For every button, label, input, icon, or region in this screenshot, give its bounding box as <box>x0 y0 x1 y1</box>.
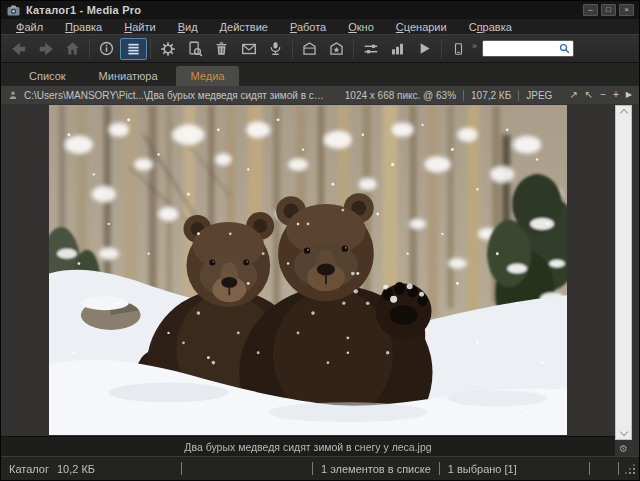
forward-button[interactable] <box>32 38 59 60</box>
favorites-box-button[interactable] <box>323 38 350 60</box>
mail-button[interactable] <box>235 38 262 60</box>
status-bar: Каталог 10,2 КБ 1 элементов в списке 1 в… <box>1 456 639 480</box>
toolbar: » <box>1 34 639 63</box>
vertical-scrollbar[interactable] <box>615 105 632 440</box>
status-separator <box>181 462 182 475</box>
image-filesize: 107,2 КБ <box>463 90 518 101</box>
image-format: JPEG <box>518 90 559 101</box>
maximize-button[interactable]: □ <box>601 4 616 16</box>
pan-in-icon[interactable]: ↖ <box>585 90 593 100</box>
resize-grip[interactable] <box>623 462 637 476</box>
menu-work[interactable]: Работа <box>279 21 337 33</box>
toolbar-separator <box>89 39 90 59</box>
search-input[interactable] <box>486 42 558 55</box>
scroll-up-icon[interactable] <box>619 109 627 117</box>
status-separator <box>589 462 590 475</box>
search-icon <box>558 42 571 55</box>
selected-count: 1 выбрано [1] <box>440 463 525 475</box>
catalog-status: Каталог 10,2 КБ <box>1 463 181 475</box>
search-box <box>482 40 574 57</box>
viewer-options-gear-icon[interactable]: ⚙ <box>615 440 632 456</box>
tab-media[interactable]: Медиа <box>176 66 240 86</box>
zoom-in-icon[interactable]: + <box>613 90 619 100</box>
toolbar-separator <box>292 39 293 59</box>
menu-file[interactable]: Файл <box>5 21 54 33</box>
media-viewer: Два бурых медведя сидят зимой в снегу у … <box>1 104 639 456</box>
window-title: Каталог1 - Media Pro <box>26 4 141 16</box>
device-button[interactable] <box>445 38 472 60</box>
toolbar-separator <box>150 39 151 59</box>
status-separator <box>618 462 619 475</box>
toolbar-separator <box>441 39 442 59</box>
menu-edit[interactable]: Правка <box>54 21 113 33</box>
menu-scripts[interactable]: Сценарии <box>385 21 458 33</box>
scrollbar-column: ⚙ <box>615 104 639 456</box>
preview-search-button[interactable] <box>181 38 208 60</box>
bar-chart-button[interactable] <box>384 38 411 60</box>
path-bar: C:\Users\MANSORY\Pict...\Два бурых медве… <box>1 86 639 104</box>
zoom-out-icon[interactable]: − <box>600 90 606 100</box>
trash-button[interactable] <box>208 38 235 60</box>
back-button[interactable] <box>5 38 32 60</box>
media-canvas <box>1 104 615 436</box>
import-box-button[interactable] <box>296 38 323 60</box>
caption-bar: Два бурых медведя сидят зимой в снегу у … <box>1 436 615 456</box>
photo-bears <box>49 105 567 435</box>
menu-help[interactable]: Справка <box>458 21 523 33</box>
menu-bar: Файл Правка Найти Вид Действие Работа Ок… <box>1 19 639 34</box>
info-button[interactable] <box>93 38 120 60</box>
play-button[interactable] <box>411 38 438 60</box>
microphone-button[interactable] <box>262 38 289 60</box>
pan-out-icon[interactable]: ↗ <box>569 90 577 100</box>
menu-action[interactable]: Действие <box>209 21 279 33</box>
photo-caption: Два бурых медведя сидят зимой в снегу у … <box>184 441 431 453</box>
tab-list[interactable]: Список <box>14 66 81 86</box>
app-window: Каталог1 - Media Pro – □ × Файл Правка Н… <box>0 0 640 481</box>
toolbar-separator <box>353 39 354 59</box>
toolbar-overflow-icon[interactable]: » <box>472 41 477 51</box>
image-info: 1024 x 668 пикс. @ 63% 107,2 КБ JPEG <box>338 90 560 101</box>
zoom-controls: ↗ ↖ − + ▶ <box>569 90 632 100</box>
person-icon <box>8 90 18 101</box>
home-button[interactable] <box>59 38 86 60</box>
menu-view[interactable]: Вид <box>167 21 209 33</box>
gear-button[interactable] <box>154 38 181 60</box>
menu-window[interactable]: Окно <box>337 21 385 33</box>
list-view-button[interactable] <box>120 38 147 60</box>
app-icon <box>6 4 20 16</box>
file-path: C:\Users\MANSORY\Pict...\Два бурых медве… <box>24 90 324 101</box>
minimize-button[interactable]: – <box>583 4 598 16</box>
slideshow-play-icon[interactable]: ▶ <box>626 90 632 100</box>
items-count: 1 элементов в списке <box>313 463 439 475</box>
tab-thumbnail[interactable]: Миниатюра <box>84 66 173 86</box>
menu-find[interactable]: Найти <box>113 21 166 33</box>
close-button[interactable]: × <box>619 4 634 16</box>
title-bar: Каталог1 - Media Pro – □ × <box>1 1 639 19</box>
image-dimensions: 1024 x 668 пикс. @ 63% <box>338 90 463 101</box>
scroll-down-icon[interactable] <box>619 428 627 436</box>
catalog-label: Каталог <box>9 463 49 475</box>
view-tabs: Список Миниатюра Медиа <box>1 63 639 86</box>
window-controls: – □ × <box>583 4 634 16</box>
sliders-button[interactable] <box>357 38 384 60</box>
catalog-size: 10,2 КБ <box>57 463 95 475</box>
